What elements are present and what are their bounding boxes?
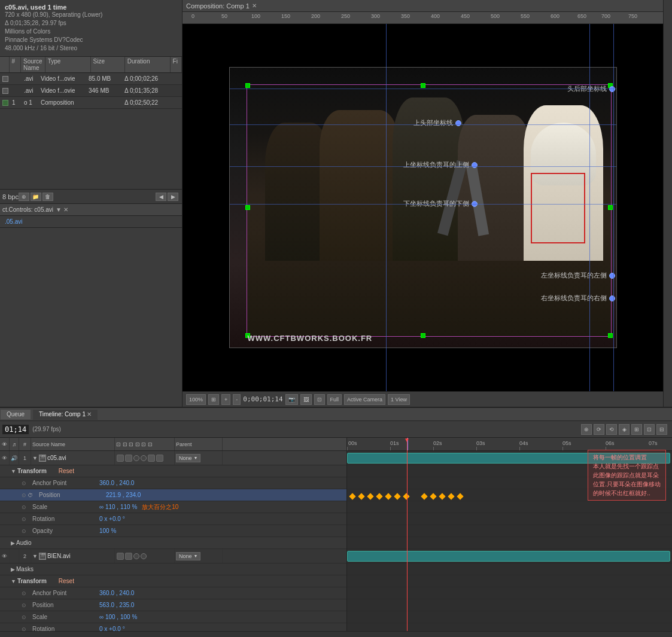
layer1-eye[interactable]: 👁 [0, 451, 10, 465]
l2-pos-value[interactable]: 563.0 , 235.0 [99, 602, 134, 608]
kf-3[interactable] [367, 493, 373, 499]
rot-timer-icon[interactable]: ⊙ [22, 516, 26, 522]
col-type-header: Type [45, 57, 91, 72]
layer2-eye[interactable]: 👁 [0, 549, 10, 563]
layer2-audio[interactable] [10, 549, 19, 563]
tab-queue[interactable]: Queue [0, 409, 31, 420]
comp-viewport[interactable]: 头后部坐标线 上头部坐标线 上坐标线负责耳的上侧 下 [183, 24, 663, 391]
scroll-left[interactable]: ◀ [156, 193, 166, 201]
timeline-h-scrollbar[interactable] [0, 631, 672, 637]
layer1-audio[interactable]: 🔊 [10, 451, 19, 465]
rot-value[interactable]: 0 x +0.0 ° [99, 516, 125, 522]
layer2-masks-section[interactable]: ▶ Masks [0, 563, 346, 575]
project-row-3[interactable]: 1 o 1 Composition Δ 0;02;50;22 [0, 97, 182, 109]
kf-5[interactable] [385, 493, 391, 499]
layer-1-row[interactable]: 👁 🔊 1 ▼ 🎬 c05.avi None [0, 451, 346, 465]
audio-expand[interactable]: ▶ [11, 540, 15, 546]
l2-rot-value[interactable]: 0 x +0.0 ° [99, 626, 125, 631]
view-dropdown[interactable]: Active Camera [344, 394, 385, 405]
transparency-button[interactable]: ⊡ [314, 394, 325, 405]
zoom-fit-button[interactable]: ⊞ [208, 394, 219, 405]
kf-8[interactable] [421, 493, 427, 499]
tl-btn-5[interactable]: ⊞ [631, 424, 642, 435]
kf-6[interactable] [394, 493, 400, 499]
anchor-timer-icon[interactable]: ⊙ [22, 480, 26, 486]
kf-11[interactable] [448, 493, 454, 499]
tl-btn-2[interactable]: ⟳ [594, 424, 604, 435]
tl-btn-6[interactable]: ⊡ [644, 424, 655, 435]
zoom-out-button[interactable]: - [233, 394, 241, 405]
layer1-parent-dropdown[interactable]: None [176, 454, 200, 462]
layer1-sw2[interactable] [125, 455, 132, 462]
masks-expand[interactable]: ▶ [11, 566, 15, 572]
kf-2[interactable] [358, 493, 364, 499]
layer1-sw3[interactable] [133, 455, 139, 461]
layer2-parent-dropdown[interactable]: None [176, 552, 200, 560]
track2-bar[interactable] [347, 551, 670, 562]
tl-btn-1[interactable]: ⊕ [581, 424, 592, 435]
l2-transform-reset[interactable]: Reset [59, 578, 74, 584]
l2-rot-timer[interactable]: ⊙ [22, 626, 26, 632]
layer1-expand[interactable]: ▼ [32, 455, 38, 461]
effect-controls-close[interactable]: ▼ ✕ [56, 206, 68, 213]
layer1-sw6[interactable] [156, 455, 163, 462]
kf-12[interactable] [457, 493, 463, 499]
project-row-1[interactable]: .avi Video f...ovie 85.0 MB Δ 0;00;02;26 [0, 73, 182, 85]
tl-btn-7[interactable]: ⊟ [656, 424, 667, 435]
ruler-mark-100: 100 [251, 13, 260, 19]
scale-value[interactable]: ∞ 110 , 110 % [99, 504, 137, 510]
pos-stopwatch-icon[interactable]: ⏱ [28, 492, 33, 498]
zoom-in-button[interactable]: + [221, 394, 230, 405]
zoom-dropdown[interactable]: 100% [186, 394, 206, 405]
l2-scale-value[interactable]: ∞ 100 , 100 % [99, 614, 137, 620]
track-layer2[interactable] [347, 549, 672, 563]
new-item-button[interactable]: ⊕ [19, 193, 29, 201]
playhead[interactable] [407, 438, 408, 631]
project-row-2[interactable]: .avi Video f...ovie 346 MB Δ 0;01;35;28 [0, 85, 182, 97]
kf-9[interactable] [430, 493, 436, 499]
pos-value[interactable]: 221.9 , 234.0 [106, 492, 141, 498]
tab-comp1[interactable]: Timeline: Comp 1 ✕ [32, 409, 98, 420]
transform-reset[interactable]: Reset [59, 468, 74, 474]
show-snapshot-button[interactable]: 🖼 [300, 394, 312, 405]
folder-button[interactable]: 📁 [31, 193, 41, 201]
timeline-tracks[interactable]: 00s 01s 02s 03s 04s 05s 06s 07s [347, 438, 672, 631]
layer2-transform-section[interactable]: ▼ Transform Reset [0, 575, 346, 587]
snapshot-button[interactable]: 📷 [285, 394, 298, 405]
layer1-sw4[interactable] [141, 455, 147, 461]
kf-10[interactable] [439, 493, 445, 499]
layer-2-row[interactable]: 👁 2 ▼ 🎬 BIEN.avi None [0, 549, 346, 563]
tl-btn-4[interactable]: ◈ [619, 424, 630, 435]
trash-button[interactable]: 🗑 [42, 193, 53, 201]
l2-scale-timer[interactable]: ⊙ [22, 614, 26, 620]
layer1-sw1[interactable] [117, 455, 124, 462]
l2-pos-timer[interactable]: ⊙ [22, 602, 26, 608]
l2-transform-expand[interactable]: ▼ [11, 578, 16, 584]
view-count-dropdown[interactable]: 1 View [388, 394, 410, 405]
opacity-timer-icon[interactable]: ⊙ [22, 528, 26, 534]
layer2-sw2[interactable] [125, 553, 132, 560]
kf-1[interactable] [349, 493, 355, 499]
layer2-sw3[interactable] [133, 553, 139, 559]
l2-anchor-timer[interactable]: ⊙ [22, 590, 26, 596]
opacity-value[interactable]: 100 % [99, 528, 116, 534]
layer1-audio-section[interactable]: ▶ Audio [0, 537, 346, 549]
layer1-transform-section[interactable]: ▼ Transform Reset [0, 465, 346, 477]
tab-comp1-close[interactable]: ✕ [87, 411, 92, 417]
kf-7[interactable] [403, 493, 409, 499]
layer2-expand[interactable]: ▼ [32, 553, 38, 559]
layer2-sw4[interactable] [141, 553, 147, 559]
transform-expand[interactable]: ▼ [11, 468, 16, 474]
anchor-value[interactable]: 360.0 , 240.0 [99, 480, 134, 486]
comp-close-button[interactable]: ✕ [252, 2, 257, 9]
layer1-sw5[interactable] [148, 455, 155, 462]
scale-timer-icon[interactable]: ⊙ [22, 504, 26, 510]
layer1-position-prop[interactable]: ⊙ ⏱ Position 221.9 , 234.0 [0, 489, 346, 501]
quality-dropdown[interactable]: Full [327, 394, 342, 405]
kf-4[interactable] [376, 493, 382, 499]
l2-anchor-value[interactable]: 360.0 , 240.0 [99, 590, 134, 596]
layer2-sw1[interactable] [117, 553, 124, 560]
scroll-right[interactable]: ▶ [168, 193, 178, 201]
pos-timer-icon[interactable]: ⊙ [22, 492, 26, 498]
tl-btn-3[interactable]: ⟲ [606, 424, 617, 435]
